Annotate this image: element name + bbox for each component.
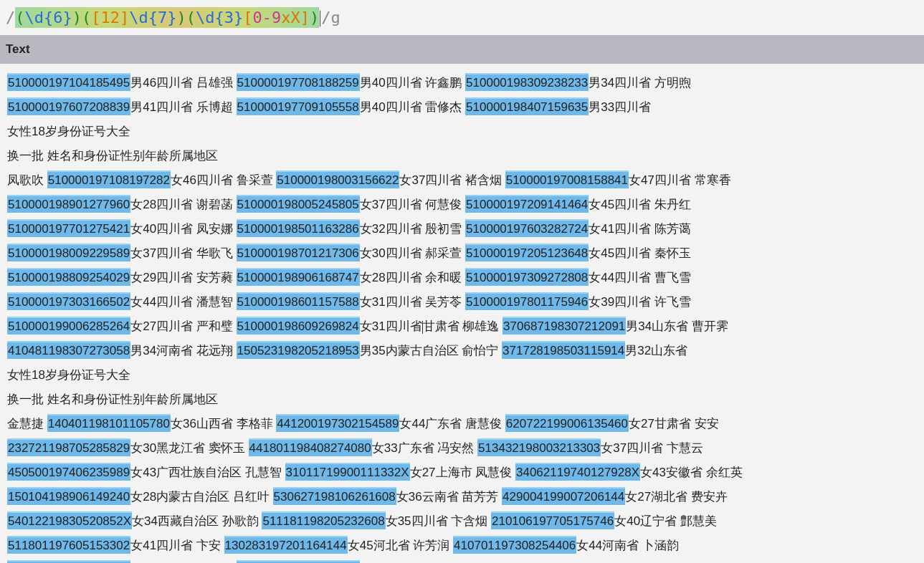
group3-class-open: [ [243, 9, 252, 27]
match-highlight: 370687198307212091 [503, 317, 626, 335]
match-highlight: 422826198508167869 [237, 560, 360, 563]
match-highlight: 410481198307273058 [7, 341, 130, 359]
match-highlight: 510000198005245805 [237, 195, 360, 213]
regex-delimiter-close: / [321, 9, 330, 27]
plain-text: 女37四川省 褚含烟 [399, 173, 505, 187]
match-highlight: 510000198609269824 [237, 317, 360, 335]
plain-text: 女37四川省 何慧俊 [360, 198, 465, 211]
group3-class-chars: xX] [281, 9, 310, 27]
match-highlight: 220821197702182143 [7, 560, 130, 563]
match-highlight: 429004199007206144 [502, 487, 625, 505]
plain-text: 男46四川省 吕雄强 [130, 76, 236, 90]
plain-text: 女36云南省 苗芳芳 [396, 490, 502, 504]
match-highlight: 510000197008158841 [505, 170, 629, 188]
group3-close: ) [310, 9, 319, 27]
plain-text: 女40辽宁省 鄷慧美 [614, 514, 717, 528]
plain-text: 女44四川省 曹飞雪 [589, 271, 691, 284]
match-highlight: 140401198101105780 [47, 414, 171, 432]
plain-text: 女36山西省 李格菲 [171, 417, 276, 430]
plain-text: 女27湖北省 费安卉 [625, 490, 728, 504]
test-text-area[interactable]: 510000197104185495男46四川省 吕雄强 51000019770… [0, 64, 924, 563]
plain-text: 男34河南省 花远翔 [130, 344, 236, 357]
regex-bar[interactable]: /(\d{6})([12]\d{7})(\d{3}[0-9xX])/g [0, 0, 924, 35]
plain-text: 凤歌吹 [7, 173, 47, 187]
plain-text: 女30四川省 郝采萱 [360, 246, 465, 260]
match-highlight: 510000198601157588 [237, 292, 360, 310]
plain-text: 女45四川省 秦怀玉 [589, 246, 691, 260]
plain-text: 女31四川省 吴芳苓 [360, 295, 465, 309]
plain-text: 甘肃省 柳雄逸 [423, 319, 503, 333]
match-highlight: 511181198205232608 [262, 511, 385, 529]
plain-text: 男34山东省 曹开霁 [626, 319, 728, 333]
match-highlight: 210106197705175746 [491, 511, 614, 529]
plain-text: 女32四川省 殷初雪 [360, 222, 465, 236]
plain-text: 女47四川省 常寒香 [629, 173, 731, 187]
match-highlight: 510000197801175946 [465, 292, 589, 310]
plain-text: 女39四川省 许飞雪 [589, 295, 691, 309]
plain-text: 女45河北省 许芳润 [348, 539, 453, 552]
match-highlight: 510000197303166502 [7, 292, 130, 310]
match-highlight: 511801197605153302 [7, 536, 130, 554]
match-highlight: 34062119740127928X [515, 463, 640, 481]
match-highlight: 510000198003156622 [276, 170, 399, 188]
plain-text: 男34四川省 方明煦 [589, 76, 691, 90]
match-highlight: 510000197209141464 [465, 195, 589, 213]
regex-flags: g [330, 9, 340, 27]
match-highlight: 54012219830520852X [7, 511, 132, 529]
plain-text: 女44广东省 唐慧俊 [399, 417, 505, 430]
match-highlight: 530627198106261608 [273, 487, 396, 505]
plain-text: 女43安徽省 余红英 [640, 466, 743, 479]
plain-text: 男33四川省 [589, 100, 651, 114]
plain-text: 女性18岁身份证号大全 [7, 125, 130, 138]
plain-text: 女28内蒙古自治区 吕红叶 [130, 490, 272, 504]
plain-text: 男40四川省 许鑫鹏 [360, 76, 465, 90]
plain-text: 女27甘肃省 安安 [629, 417, 719, 430]
match-highlight: 620722199006135460 [505, 414, 629, 432]
group2-quant: {7} [148, 9, 177, 27]
regex-delimiter-open: / [6, 9, 15, 27]
match-highlight: 510000198501163286 [237, 219, 360, 237]
match-highlight: 510000198901277960 [7, 195, 130, 213]
match-highlight: 510000199006285264 [7, 317, 130, 335]
group3-range: 0-9 [252, 9, 281, 27]
plain-text: 男35内蒙古自治区 俞怡宁 [360, 344, 502, 357]
match-highlight: 130283197201164144 [224, 536, 348, 554]
match-highlight: 31011719900111332X [285, 463, 410, 481]
match-highlight: 510000198701217306 [237, 244, 360, 261]
plain-text: 女41四川省 卞安 [130, 539, 224, 552]
plain-text: 女33广东省 冯安然 [372, 441, 477, 455]
plain-text: 女28四川省 谢碧菡 [130, 198, 236, 211]
plain-text: 女44河南省 卜涵韵 [576, 539, 679, 552]
plain-text: 女31四川省 [360, 319, 422, 333]
plain-text: 女44四川省 潘慧智 [130, 295, 236, 309]
plain-text: 女37四川省 华歌飞 [130, 246, 236, 260]
plain-text: 男32山东省 [625, 344, 687, 357]
group1-token: \d [25, 9, 44, 27]
match-highlight: 150523198205218953 [237, 341, 360, 359]
regex-pattern: (\d{6})([12]\d{7})(\d{3}[0-9xX]) [15, 7, 319, 28]
group1-close: ) [72, 9, 82, 27]
match-highlight: 150104198906149240 [7, 487, 130, 505]
plain-text: 男40四川省 雷修杰 [360, 100, 465, 114]
text-section-header: Text [0, 35, 924, 64]
plain-text: 女45四川省 朱丹红 [589, 198, 691, 211]
match-highlight: 510000197205123648 [465, 244, 589, 261]
match-highlight: 510000198809254029 [7, 268, 130, 286]
plain-text: 女28四川省 余和暖 [360, 271, 465, 284]
plain-text: 女27上海市 凤慧俊 [410, 466, 515, 479]
group1-open: ( [15, 9, 24, 27]
match-highlight: 410701197308254406 [453, 536, 576, 554]
match-highlight: 441200197302154589 [276, 414, 399, 432]
plain-text: 女29四川省 安芳蕤 [130, 271, 236, 284]
match-highlight: 510000197104185495 [7, 73, 130, 91]
match-highlight: 450500197406235989 [7, 463, 130, 481]
match-highlight: 441801198408274080 [249, 438, 372, 456]
match-highlight: 510000198009229589 [7, 244, 130, 261]
group1-quant: {6} [44, 9, 72, 27]
group3-open: ( [186, 9, 196, 27]
plain-text: 女43广西壮族自治区 孔慧智 [130, 466, 285, 479]
plain-text: 女41四川省 陈芳蔼 [589, 222, 691, 236]
plain-text: 女46四川省 鲁采萱 [171, 173, 276, 187]
group2-open: ( [82, 9, 91, 27]
match-highlight: 510000198407159635 [465, 97, 589, 115]
